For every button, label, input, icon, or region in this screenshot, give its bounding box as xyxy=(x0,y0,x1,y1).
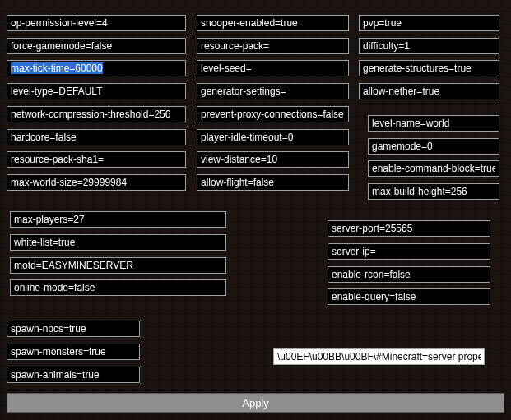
motd-field[interactable] xyxy=(10,257,226,274)
selected-text: max-tick-time=60000 xyxy=(11,62,103,74)
prevent-proxy-connections-field[interactable] xyxy=(197,106,349,122)
max-tick-time-field[interactable]: max-tick-time=60000 xyxy=(7,60,186,76)
enable-rcon-field[interactable] xyxy=(328,266,490,283)
force-gamemode-field[interactable] xyxy=(7,38,186,54)
gamemode-field[interactable] xyxy=(368,138,499,155)
white-list-field[interactable] xyxy=(10,234,226,251)
apply-button[interactable]: Apply xyxy=(7,393,504,413)
allow-nether-field[interactable] xyxy=(359,83,499,99)
network-compression-threshold-field[interactable] xyxy=(7,106,186,122)
enable-command-block-field[interactable] xyxy=(368,160,499,177)
generate-structures-field[interactable] xyxy=(359,60,499,76)
resource-pack-sha1-field[interactable] xyxy=(7,151,186,168)
comment-field[interactable] xyxy=(273,348,485,365)
spawn-animals-field[interactable] xyxy=(7,367,140,383)
op-permission-level-field[interactable] xyxy=(7,15,186,31)
max-build-height-field[interactable] xyxy=(368,183,499,200)
online-mode-field[interactable] xyxy=(10,279,226,296)
pvp-field[interactable] xyxy=(359,15,499,31)
level-name-field[interactable] xyxy=(368,115,499,132)
level-type-field[interactable] xyxy=(7,83,186,99)
server-ip-field[interactable] xyxy=(328,243,490,260)
level-seed-field[interactable] xyxy=(197,60,349,76)
allow-flight-field[interactable] xyxy=(197,174,349,191)
apply-label: Apply xyxy=(242,397,269,409)
max-players-field[interactable] xyxy=(10,211,226,228)
enable-query-field[interactable] xyxy=(328,288,490,305)
hardcore-field[interactable] xyxy=(7,129,186,145)
generator-settings-field[interactable] xyxy=(197,83,349,99)
spawn-monsters-field[interactable] xyxy=(7,344,140,360)
server-port-field[interactable] xyxy=(328,220,490,237)
spawn-npcs-field[interactable] xyxy=(7,321,140,337)
resource-pack-field[interactable] xyxy=(197,38,349,54)
max-world-size-field[interactable] xyxy=(7,174,186,191)
snooper-enabled-field[interactable] xyxy=(197,15,349,31)
view-distance-field[interactable] xyxy=(197,151,349,168)
difficulty-field[interactable] xyxy=(359,38,499,54)
player-idle-timeout-field[interactable] xyxy=(197,129,349,145)
